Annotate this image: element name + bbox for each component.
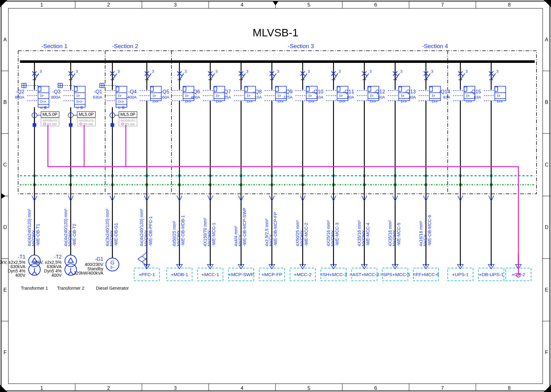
ruler-col-label: 2 bbox=[107, 2, 110, 7]
prot-row: I>> bbox=[339, 99, 345, 104]
modbus-text: RS 485 bbox=[47, 122, 57, 126]
prot-row: I> bbox=[278, 93, 281, 98]
modbus-pre: -MODBUS1: bbox=[78, 119, 94, 122]
feeder-cable-size: 4X150/70 mm² bbox=[203, 218, 208, 247]
ruler-row-label: C bbox=[545, 162, 549, 167]
feeder-cable-size: 4x(4x240/120) mm² bbox=[27, 209, 32, 246]
ruler-col-label: 1 bbox=[40, 385, 43, 391]
prot-row: I>> bbox=[185, 99, 191, 104]
prot-row: I>> bbox=[153, 99, 158, 104]
prot-row: I>> bbox=[497, 99, 503, 104]
feeder-cable-size: 4x16/16 mm² bbox=[418, 221, 423, 247]
breaker-id: -Q6 bbox=[192, 89, 200, 94]
feeder-cable-size: 4X25/16 mm² bbox=[326, 220, 331, 247]
terminal bbox=[111, 123, 114, 127]
prot-row: I> bbox=[339, 93, 343, 98]
feeder-labels: +UPS-1 bbox=[448, 254, 473, 281]
section-label: -Section 3 bbox=[288, 43, 314, 49]
prot-row: I> bbox=[216, 93, 220, 98]
prot-row: I>> bbox=[466, 99, 472, 104]
breaker-id: -Q2 bbox=[16, 89, 24, 94]
phase-count: 3 bbox=[246, 69, 248, 74]
phase-count: 3 bbox=[184, 69, 187, 74]
phase-count: 3 bbox=[466, 69, 468, 74]
feeder-cable-type: NYCWY bbox=[361, 230, 366, 246]
feeder-id: -WE-OB-MCP-SWP bbox=[242, 208, 247, 246]
prot-row: I>> bbox=[216, 99, 222, 104]
breaker-rating: 160A bbox=[160, 95, 170, 100]
ruler-row-label: F bbox=[545, 349, 548, 355]
breaker-q6: 3I>I>>-Q6400A bbox=[191, 62, 225, 254]
phase-count: 3 bbox=[215, 69, 217, 74]
feeder-cable-type: NYCWY bbox=[392, 230, 397, 246]
generator-spec: 320kW/400kVA bbox=[74, 271, 104, 276]
transformer-id: -T1 bbox=[18, 254, 26, 259]
feeder-id: -WE-MCC-3 bbox=[335, 223, 339, 247]
phase-count: 3 bbox=[339, 69, 341, 74]
breaker-rating: 800A bbox=[51, 95, 61, 100]
ruler-row-label: C bbox=[3, 162, 7, 167]
breaker-id: -Q12 bbox=[374, 89, 385, 94]
feeder-cable-type: NYCY bbox=[269, 234, 273, 247]
feeder-columns: 3I>I>>u ≶-Q2800AML5.0P-MODBUS1:RS 4853I>… bbox=[15, 62, 531, 281]
prot-row: I> bbox=[118, 93, 121, 98]
breaker-rating: 125A bbox=[283, 95, 293, 100]
ruler-row-label: D bbox=[545, 224, 549, 230]
ruler-col-label: 5 bbox=[307, 385, 310, 391]
sections-outline: -Section 1-Section 2-Section 3-Section 4 bbox=[18, 43, 537, 194]
ruler-col-label: 3 bbox=[174, 385, 177, 391]
feeder-cable-size: 4x4/4 mm² bbox=[233, 226, 238, 247]
feeder-cable-type: NYCWY bbox=[31, 230, 36, 246]
ruler-row-label: E bbox=[3, 287, 7, 292]
feeder-cable-type: NYCWY bbox=[207, 230, 212, 246]
prot-row: I> bbox=[432, 93, 435, 98]
load-label: +MCC-1 bbox=[201, 272, 219, 277]
breaker-rating: 63A bbox=[443, 95, 450, 100]
load-label: =AST+MCC-4 bbox=[350, 272, 379, 277]
ruler-col-label: 7 bbox=[441, 385, 444, 391]
feeder-labels: -WE-OB-T1NYCWY4x(4x240/120) mm² bbox=[27, 209, 40, 246]
section-label: -Section 4 bbox=[422, 43, 448, 49]
load-label: +PFC-1 bbox=[139, 272, 155, 277]
prot-row: I> bbox=[185, 93, 189, 98]
ruler-col-label: 4 bbox=[241, 385, 244, 391]
breaker-id: -Q4 bbox=[128, 89, 137, 94]
breaker-q5: 3I>I>>-Q5160A bbox=[160, 62, 194, 254]
feeder-cable-size: 4x(3x240/120) mm² bbox=[105, 209, 110, 246]
ruler-columns: 1122334455667788 bbox=[40, 1, 511, 391]
feeder-labels: -WE-OB-G1NYCWY4x(3x240/120) mm² bbox=[105, 209, 118, 246]
prot-row: I> bbox=[401, 93, 404, 98]
ruler-col-label: 5 bbox=[307, 2, 310, 7]
feeder-cable-type: NYCWY bbox=[299, 230, 304, 246]
transformer-t1: -T110kV, ±2x2,5%630kVADyn5 4%400VTransfo… bbox=[0, 254, 48, 291]
breaker-rating: 10A bbox=[255, 95, 262, 100]
ruler-col-label: 3 bbox=[174, 2, 177, 7]
breaker-id: -Q14 bbox=[439, 89, 450, 94]
breaker-id: -Q7 bbox=[222, 89, 231, 94]
feeder-cable-type: NYCWY bbox=[109, 230, 114, 246]
load-label: +MDB-1 bbox=[171, 272, 188, 277]
phase-count: 3 bbox=[152, 69, 154, 74]
prot-row: I> bbox=[76, 93, 80, 98]
ruler-col-label: 6 bbox=[374, 385, 377, 391]
ruler-col-label: 7 bbox=[441, 2, 444, 7]
feeder-cable-size: 4X35/16 mm² bbox=[357, 220, 362, 247]
breaker-id: -Q9 bbox=[284, 89, 292, 94]
phase-count: 3 bbox=[308, 69, 310, 74]
transformer-spec: 400V bbox=[51, 273, 62, 278]
ruler-row-label: A bbox=[545, 37, 548, 42]
feeder-cable-size: 4x50/25 mm² bbox=[172, 221, 177, 247]
ruler-col-label: 4 bbox=[241, 2, 244, 7]
feeder-cable-type: NYCWY bbox=[68, 230, 72, 246]
ruler-row-label: D bbox=[3, 224, 7, 230]
prot-row: I>> bbox=[118, 99, 124, 104]
phase-count: 3 bbox=[400, 69, 402, 74]
modbus-pre: -MODBUS1: bbox=[120, 119, 136, 122]
prot-row: I>> bbox=[401, 99, 407, 104]
feeder-labels: +DB-UPS-1 bbox=[479, 254, 504, 281]
breaker-rating: 400A bbox=[191, 95, 200, 100]
phase-count: 3 bbox=[496, 69, 498, 74]
svg-point-275 bbox=[65, 255, 76, 267]
feeder-id: -WE-MCC-4 bbox=[365, 223, 370, 247]
prot-row: I>> bbox=[308, 99, 314, 104]
